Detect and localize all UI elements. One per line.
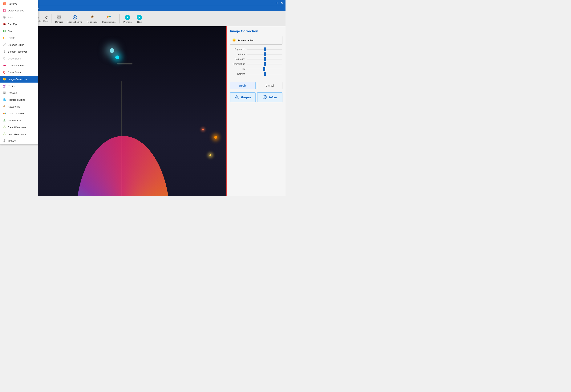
concealer-brush-label: Concealer Brush [8,64,26,67]
menu-item-rotate[interactable]: Rotate [0,34,38,41]
clone-stamp-icon [2,70,6,74]
next-button[interactable]: Next [135,14,144,24]
colorize-photo-label: Colorize photo [8,112,24,115]
soften-button[interactable]: Soften [257,92,283,102]
cancel-button[interactable]: Cancel [257,82,283,89]
smudge-brush-label: Smudge Brush [8,44,24,46]
menu-item-smudge-brush[interactable]: Smudge Brush [0,41,38,48]
svg-point-65 [5,93,5,94]
svg-point-64 [3,93,4,94]
denoise-toolbar-button[interactable]: Denoise [54,14,64,24]
saturation-label: Saturation [230,58,247,60]
denoise-menu-label: Denoise [8,91,17,94]
stop-label: Stop [8,16,13,19]
red-eye-label: Red Eye [8,23,17,26]
retouching-icon [89,14,95,20]
brightness-row: Brightness [230,48,283,51]
menu-item-load-watermark[interactable]: Load Watermark [0,131,38,137]
previous-button[interactable]: Previous [122,14,133,24]
auto-correction-star-icon [232,38,236,43]
auto-correction-label: Auto correction [238,39,254,42]
svg-rect-60 [3,91,6,94]
quick-remove-label: Quick Remove [8,9,24,12]
menu-item-retouching[interactable]: Retouching [0,103,38,110]
menu-item-undo-brush[interactable]: Undo Brush [0,55,38,62]
soften-label: Soften [268,96,277,99]
sliders-section: Brightness Contrast Saturation [230,48,283,79]
watermarks-label: Watermarks [8,119,21,122]
menu-item-stop[interactable]: Stop [0,14,38,21]
reduce-blurring-icon [72,14,78,20]
brightness-label: Brightness [230,48,247,51]
menu-item-resize[interactable]: Resize [0,83,38,89]
svg-point-10 [58,16,59,17]
svg-rect-41 [3,30,5,32]
svg-point-71 [4,106,4,106]
menu-item-reduce-blurring[interactable]: Reduce blurring [0,96,38,103]
menu-item-crop[interactable]: Crop [0,28,38,34]
minimize-button[interactable]: − [270,1,274,5]
remove-label: Remove [8,2,17,5]
watermarks-icon [2,118,6,122]
svg-line-85 [5,140,6,140]
temperature-slider[interactable] [247,62,283,66]
svg-point-62 [5,92,5,93]
menu-item-watermarks[interactable]: Watermarks [0,117,38,124]
svg-marker-46 [3,58,4,58]
tint-label: Tint [230,68,247,70]
stop-icon [2,15,6,19]
soften-icon [263,95,267,100]
menu-item-quick-remove[interactable]: Quick Remove [0,7,38,14]
tint-slider[interactable] [247,68,283,71]
svg-rect-29 [4,9,6,12]
options-label: Options [8,140,16,143]
redo-button[interactable]: Redo [43,15,49,23]
load-watermark-label: Load Watermark [8,133,26,136]
contrast-slider[interactable] [247,53,283,56]
apply-button[interactable]: Apply [230,82,256,89]
contrast-label: Contrast [230,53,247,56]
menu-item-remove[interactable]: Remove [0,0,38,7]
menu-item-image-correction[interactable]: Image Correction [0,76,38,83]
menu-item-clone-stamp[interactable]: Clone Stamp [0,69,38,76]
action-buttons: Apply Cancel [230,82,283,89]
svg-point-19 [92,16,93,16]
temperature-label: Temperature [230,63,247,65]
effect-buttons: Sharpen Soften [230,92,283,102]
menu-item-denoise[interactable]: Denoise [0,89,38,96]
menu-item-scratch-remover[interactable]: Scratch Remover [0,48,38,55]
svg-rect-32 [4,17,5,18]
colorize-toolbar-button[interactable]: Colorize photo [101,14,117,24]
menu-item-options[interactable]: Options [0,137,38,144]
smudge-brush-icon [2,43,6,47]
options-icon [2,139,6,143]
toolbar: Add File(s)... Save as... Undo Redo [0,11,286,26]
svg-line-86 [3,142,4,142]
retouching-toolbar-button[interactable]: Retouching [86,14,99,24]
maximize-button[interactable]: □ [275,1,279,5]
menu-item-save-watermark[interactable]: A Save Watermark [0,124,38,131]
contrast-row: Contrast [230,53,283,56]
brightness-slider[interactable] [247,48,283,51]
svg-text:A: A [4,127,5,128]
resize-label: Resize [8,85,15,87]
auto-correction-button[interactable]: Auto correction [230,36,283,45]
saturation-slider[interactable] [247,58,283,61]
close-button[interactable]: ✕ [280,1,284,5]
gamma-slider[interactable] [247,73,283,75]
svg-point-63 [4,93,5,94]
menu-item-red-eye[interactable]: Red Eye [0,21,38,28]
remove-icon [2,2,6,5]
menu-item-colorize-photo[interactable]: Colorize photo [0,110,38,117]
sharpen-button[interactable]: Sharpen [230,92,256,102]
svg-point-12 [59,18,59,18]
menu-bar: File Edit View Selection [0,6,286,11]
panel-title: Image Correction [230,29,283,33]
menu-item-concealer-brush[interactable]: Concealer Brush [0,62,38,69]
canvas-area[interactable] [38,26,227,196]
red-eye-icon [2,22,6,26]
svg-point-18 [91,16,92,16]
denoise-icon [2,91,6,95]
reduce-blurring-toolbar-button[interactable]: Reduce blurring [66,14,84,24]
saturation-row: Saturation [230,58,283,61]
